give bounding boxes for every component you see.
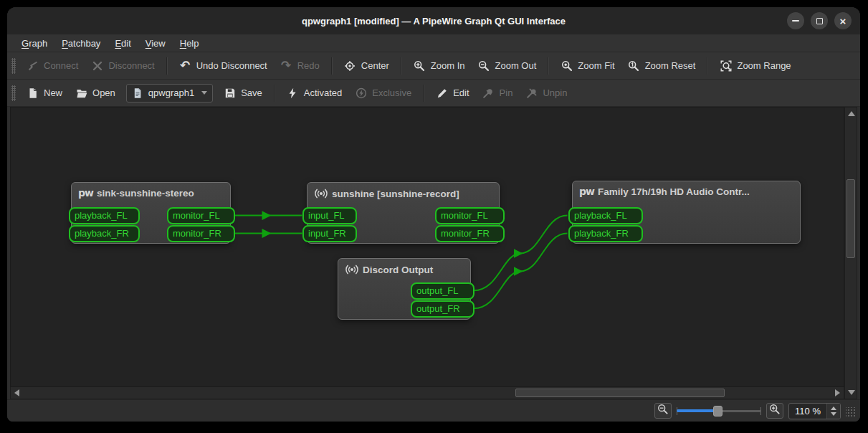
zoom-in-button[interactable]: Zoom In (407, 56, 472, 75)
port-sink-monitor-fl[interactable]: monitor_FL (167, 207, 235, 224)
patchbay-file-combobox[interactable]: qpwgraph1 (126, 84, 213, 103)
open-button[interactable]: Open (69, 83, 122, 103)
zoom-fit-icon (561, 60, 573, 72)
zoom-reset-label: Zoom Reset (645, 60, 696, 71)
scroll-right-arrow-icon[interactable] (835, 389, 840, 396)
pipewire-icon: pw (579, 186, 594, 197)
undo-disconnect-label: Undo Disconnect (196, 60, 267, 71)
save-button[interactable]: Save (217, 83, 269, 103)
exclusive-button[interactable]: Exclusive (348, 83, 418, 103)
zoom-fit-label: Zoom Fit (578, 60, 614, 71)
unpin-icon (525, 87, 538, 99)
zoom-fit-button[interactable]: Zoom Fit (554, 56, 621, 75)
port-family-playback-fr[interactable]: playback_FR (568, 225, 643, 242)
node-header: Discord Output (338, 259, 470, 276)
zoom-slider-handle[interactable] (713, 406, 722, 417)
zoom-percent-spinbox[interactable]: 110 % (788, 403, 841, 419)
activated-label: Activated (304, 87, 342, 98)
port-sunshine-input-fr[interactable]: input_FR (302, 225, 357, 242)
port-discord-output-fl[interactable]: output_FL (411, 282, 474, 300)
main-area: pw sink-sunshine-stereo playback_FL play… (7, 107, 860, 399)
zoom-range-icon (720, 60, 732, 72)
edit-button[interactable]: Edit (429, 83, 475, 103)
save-icon (224, 87, 236, 99)
exclusive-label: Exclusive (372, 87, 411, 98)
activated-icon (287, 87, 299, 99)
disconnect-button[interactable]: Disconnect (85, 56, 161, 75)
menu-view[interactable]: View (138, 36, 173, 51)
spin-down-icon[interactable] (831, 412, 836, 416)
close-icon: × (840, 16, 846, 27)
horizontal-scrollbar[interactable] (10, 387, 844, 399)
port-discord-output-fr[interactable]: output_FR (411, 300, 474, 318)
node-header: pw sink-sunshine-stereo (72, 183, 230, 199)
port-sink-playback-fr[interactable]: playback_FR (69, 225, 140, 242)
port-sunshine-input-fl[interactable]: input_FL (302, 207, 357, 224)
scroll-down-arrow-icon[interactable] (848, 390, 855, 395)
node-title: sink-sunshine-stereo (97, 188, 194, 199)
toolbar-drag-handle[interactable] (11, 85, 16, 101)
zoom-reset-button[interactable]: Zoom Reset (621, 56, 702, 75)
patchbay-file-combo-value: qpwgraph1 (148, 87, 194, 98)
toolbar-drag-handle[interactable] (11, 58, 16, 74)
minimize-button[interactable] (787, 12, 804, 29)
toolbar-separator (401, 57, 402, 75)
graph-canvas[interactable]: pw sink-sunshine-stereo playback_FL play… (10, 107, 844, 387)
menu-edit[interactable]: Edit (108, 36, 138, 51)
save-label: Save (241, 87, 262, 98)
undo-disconnect-button[interactable]: ↶Undo Disconnect (173, 56, 274, 75)
zoom-out-button[interactable]: Zoom Out (472, 56, 543, 75)
zoom-out-icon (657, 404, 669, 418)
connections-layer (11, 108, 844, 386)
zoom-slider[interactable] (677, 404, 761, 417)
menu-graph[interactable]: Graph (14, 36, 54, 51)
zoom-reset-icon (628, 60, 640, 72)
zoom-in-button[interactable] (766, 403, 783, 419)
zoom-controls: 110 % (654, 403, 856, 419)
close-button[interactable]: × (834, 12, 852, 29)
connect-button[interactable]: Connect (20, 56, 85, 75)
port-sink-monitor-fr[interactable]: monitor_FR (167, 225, 235, 242)
edit-icon (436, 87, 448, 99)
port-family-playback-fl[interactable]: playback_FL (568, 207, 643, 224)
menu-patchbay[interactable]: Patchbay (54, 36, 108, 51)
chevron-down-icon (201, 91, 207, 95)
vertical-scrollbar[interactable] (844, 107, 857, 399)
vertical-scrollbar-thumb[interactable] (846, 179, 855, 258)
center-button[interactable]: Center (338, 56, 396, 75)
zoom-range-label: Zoom Range (737, 60, 791, 71)
zoom-in-icon (414, 60, 426, 72)
spin-buttons[interactable] (826, 404, 840, 419)
horizontal-scrollbar-thumb[interactable] (515, 389, 725, 397)
redo-button[interactable]: ↷Redo (274, 56, 326, 75)
menu-help[interactable]: Help (173, 36, 206, 51)
scroll-up-arrow-icon[interactable] (848, 111, 855, 116)
spin-up-icon[interactable] (831, 406, 836, 410)
unpin-label: Unpin (543, 87, 567, 98)
maximize-icon (816, 18, 823, 24)
node-title: Family 17h/19h HD Audio Contr... (598, 186, 750, 197)
unpin-button[interactable]: Unpin (519, 83, 573, 103)
connection-output-fr-playback-fr[interactable] (474, 234, 568, 309)
zoom-out-button[interactable] (654, 403, 672, 419)
resize-grip[interactable] (846, 407, 856, 417)
port-sunshine-monitor-fl[interactable]: monitor_FL (435, 207, 505, 224)
port-sunshine-monitor-fr[interactable]: monitor_FR (435, 225, 505, 242)
zoom-in-icon (769, 404, 781, 418)
scroll-left-arrow-icon[interactable] (14, 389, 19, 396)
new-button[interactable]: New (20, 83, 69, 103)
exclusive-icon (355, 87, 367, 99)
pipewire-icon: pw (78, 187, 93, 199)
center-icon (344, 60, 356, 72)
undo-icon: ↶ (179, 60, 191, 72)
maximize-button[interactable] (811, 12, 828, 29)
port-sink-playback-fl[interactable]: playback_FL (69, 207, 140, 224)
node-title: Discord Output (363, 265, 433, 275)
pin-icon (482, 87, 495, 99)
status-bar: 110 % (7, 399, 860, 422)
graph-toolbar: ConnectDisconnect↶Undo Disconnect↷RedoCe… (7, 52, 860, 80)
toolbar-separator (331, 57, 333, 75)
pin-button[interactable]: Pin (476, 83, 520, 103)
activated-button[interactable]: Activated (280, 83, 348, 103)
zoom-range-button[interactable]: Zoom Range (713, 56, 797, 75)
